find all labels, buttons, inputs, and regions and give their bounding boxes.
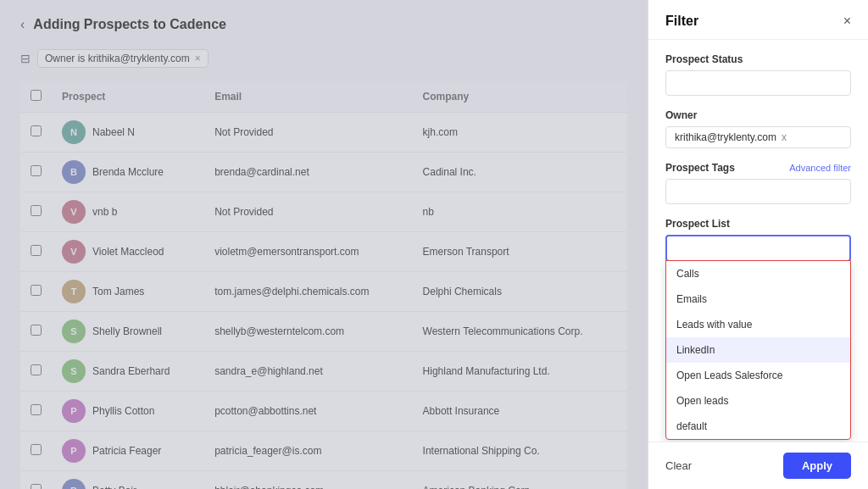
row-checkbox-cell (20, 352, 52, 392)
prospect-list-input[interactable] (665, 235, 851, 262)
filter-bar: ⊟ Owner is krithika@tryklenty.com × (20, 49, 627, 68)
filter-panel: Filter × Prospect Status Owner krithika@… (648, 0, 868, 489)
select-all-checkbox[interactable] (31, 90, 42, 101)
table-row: N Nabeel N Not Provided kjh.com (20, 113, 627, 153)
row-email-cell: bblair@abankingco.com (204, 471, 412, 490)
prospect-name: Shelly Brownell (92, 325, 162, 337)
row-checkbox-cell (20, 153, 52, 192)
owner-section: Owner krithika@tryklenty.com x (665, 109, 851, 148)
filter-icon: ⊟ (20, 52, 31, 65)
dropdown-item[interactable]: Open Leads Salesforce (666, 363, 850, 388)
clear-button[interactable]: Clear (665, 459, 692, 472)
table-row: B Betty Bair bblair@abankingco.com Ameri… (20, 471, 627, 490)
row-prospect-cell: B Brenda Mcclure (52, 153, 204, 192)
row-company-cell: Highland Manufacturing Ltd. (413, 352, 627, 392)
page-header: ‹ Adding Prospects to Cadence (20, 17, 627, 32)
filter-footer: Clear Apply (648, 442, 868, 489)
row-prospect-cell: B Betty Bair (52, 471, 204, 490)
apply-button[interactable]: Apply (783, 453, 851, 479)
filter-close-button[interactable]: × (843, 14, 851, 29)
row-email-cell: shellyb@westerntelcom.com (204, 312, 412, 352)
row-company-cell: Emerson Transport (413, 232, 627, 272)
row-checkbox-9[interactable] (31, 484, 42, 489)
row-company-cell: Delphi Chemicals (413, 272, 627, 312)
prospects-table: Prospect Email Company N Nabeel N Not Pr… (20, 81, 627, 489)
row-checkbox-3[interactable] (31, 245, 42, 256)
row-company-cell: nb (413, 192, 627, 232)
table-row: P Patricia Feager patricia_feager@is.com… (20, 431, 627, 471)
dropdown-item[interactable]: Calls (666, 261, 850, 286)
table-header-email: Email (204, 81, 412, 113)
row-checkbox-0[interactable] (31, 125, 42, 136)
prospect-name: Phyllis Cotton (92, 405, 154, 417)
table-row: V Violet Maccleod violetm@emersontranspo… (20, 232, 627, 272)
row-prospect-cell: S Shelly Brownell (52, 312, 204, 352)
prospect-list-label: Prospect List (665, 218, 851, 230)
prospect-name: Sandra Eberhard (92, 365, 170, 377)
row-prospect-cell: T Tom James (52, 272, 204, 312)
row-checkbox-cell (20, 471, 52, 490)
table-row: S Shelly Brownell shellyb@westerntelcom.… (20, 312, 627, 352)
prospect-avatar: B (62, 479, 86, 489)
row-prospect-cell: P Phyllis Cotton (52, 392, 204, 431)
row-checkbox-cell (20, 232, 52, 272)
owner-tag[interactable]: krithika@tryklenty.com x (665, 126, 851, 148)
active-filter-tag[interactable]: Owner is krithika@tryklenty.com × (37, 49, 209, 68)
prospect-name: Nabeel N (92, 126, 135, 138)
advanced-filter-link[interactable]: Advanced filter (789, 163, 851, 173)
row-email-cell: Not Provided (204, 192, 412, 232)
prospect-tags-input[interactable] (665, 179, 851, 204)
prospect-status-label: Prospect Status (665, 53, 851, 65)
row-checkbox-cell (20, 312, 52, 352)
table-row: V vnb b Not Provided nb (20, 192, 627, 232)
filter-tag-close[interactable]: × (195, 53, 201, 64)
prospect-status-input[interactable] (665, 70, 851, 96)
row-checkbox-5[interactable] (31, 325, 42, 336)
prospect-list-dropdown: CallsEmailsLeads with valueLinkedInOpen … (665, 260, 851, 440)
row-checkbox-4[interactable] (31, 285, 42, 296)
row-checkbox-cell (20, 392, 52, 431)
prospect-name: Violet Maccleod (92, 246, 164, 258)
back-button[interactable]: ‹ (20, 17, 25, 32)
dropdown-item[interactable]: LinkedIn (666, 337, 850, 363)
row-company-cell: International Shipping Co. (413, 431, 627, 471)
dropdown-item[interactable]: Emails (666, 286, 850, 312)
row-checkbox-6[interactable] (31, 364, 42, 375)
row-checkbox-8[interactable] (31, 444, 42, 455)
row-company-cell: kjh.com (413, 113, 627, 153)
filter-tag-label: Owner is krithika@tryklenty.com (45, 53, 190, 64)
row-company-cell: American Banking Corp. (413, 471, 627, 490)
row-company-cell: Abbott Insurance (413, 392, 627, 431)
prospect-avatar: N (62, 120, 86, 144)
table-header-checkbox (20, 81, 52, 113)
row-checkbox-1[interactable] (31, 165, 42, 176)
filter-header: Filter × (648, 0, 868, 40)
prospect-name: Patricia Feager (92, 445, 161, 457)
dropdown-item[interactable]: Leads with value (666, 312, 850, 337)
table-row: T Tom James tom.james@delphi.chemicals.c… (20, 272, 627, 312)
row-email-cell: patricia_feager@is.com (204, 431, 412, 471)
row-email-cell: sandra_e@highland.net (204, 352, 412, 392)
owner-remove-button[interactable]: x (782, 131, 787, 143)
row-checkbox-2[interactable] (31, 205, 42, 216)
row-email-cell: pcotton@abbottins.net (204, 392, 412, 431)
row-prospect-cell: P Patricia Feager (52, 431, 204, 471)
table-row: P Phyllis Cotton pcotton@abbottins.net A… (20, 392, 627, 431)
prospect-avatar: V (62, 240, 86, 264)
row-email-cell: brenda@cardinal.net (204, 153, 412, 192)
table-row: B Brenda Mcclure brenda@cardinal.net Cad… (20, 153, 627, 192)
prospect-status-section: Prospect Status (665, 53, 851, 96)
prospect-list-section: Prospect List CallsEmailsLeads with valu… (665, 218, 851, 262)
row-prospect-cell: S Sandra Eberhard (52, 352, 204, 392)
row-checkbox-cell (20, 113, 52, 153)
prospect-avatar: B (62, 160, 86, 184)
dropdown-item[interactable]: Open leads (666, 388, 850, 414)
filter-title: Filter (665, 14, 698, 29)
row-company-cell: Western Telecommunications Corp. (413, 312, 627, 352)
prospect-avatar: P (62, 399, 86, 423)
dropdown-item[interactable]: default (666, 414, 850, 439)
row-checkbox-cell (20, 272, 52, 312)
table-header-prospect: Prospect (52, 81, 204, 113)
owner-label: Owner (665, 109, 851, 121)
row-checkbox-7[interactable] (31, 404, 42, 415)
